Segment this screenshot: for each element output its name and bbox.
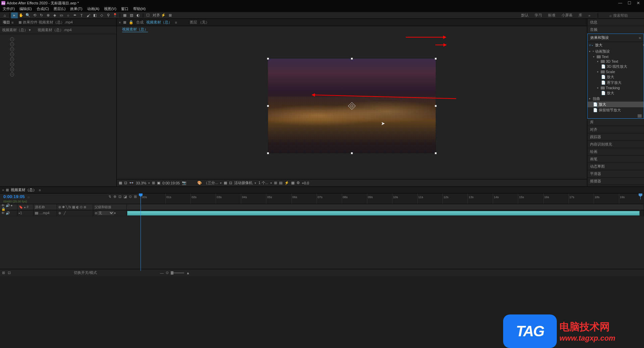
tl-tool-icon[interactable]: ⊡ [118,194,121,199]
stopwatch-icon[interactable] [10,72,14,76]
resize-handle[interactable] [435,58,437,60]
timeline-search-icon[interactable]: ⌕ [28,195,30,199]
col-switches[interactable]: ⊕ ✱ ╲ fx ▦ ◐ ⊙ ⊕ [57,204,93,210]
toggle-switches-label[interactable]: 切换开关/模式 [74,270,97,275]
resize-handle[interactable] [267,105,269,107]
channel-icon[interactable]: ⊡ [124,181,127,185]
puppet-tool[interactable]: 📍 [112,12,118,18]
resize-handle[interactable] [351,152,353,154]
menu-effect[interactable]: 效果(T) [69,6,84,11]
menu-edit[interactable]: 编辑(E) [18,6,33,11]
zoom-slider[interactable] [171,272,184,274]
home-tool[interactable]: ⌂ [1,12,8,18]
menu-animation[interactable]: 动画(A) [86,6,101,11]
timeline-comp-name[interactable]: 视频素材（总） [11,187,37,192]
menu-file[interactable]: 文件(F) [1,6,16,11]
stopwatch-icon[interactable] [10,47,14,51]
lock-icon[interactable]: 🔒 [129,20,133,24]
color-mgmt-icon[interactable]: 🎨 [197,181,202,185]
playhead[interactable] [141,193,141,271]
roi-icon[interactable]: ▣ [157,181,160,185]
stopwatch-icon[interactable] [10,57,14,61]
tree-3d-text[interactable]: ▾3D Text [588,59,644,64]
zoom-handle-icon[interactable]: ⊙ [166,271,169,275]
composition-viewer[interactable]: ➤ [117,33,587,179]
pan-behind-tool[interactable]: ◈ [51,12,58,18]
camera-dropdown[interactable]: 活动摄像机 [234,180,253,185]
panel-brush[interactable]: 画笔 [587,156,644,163]
col-av[interactable]: 👁 🔊 ● 🔒 [0,204,17,210]
viewer-timecode[interactable]: 0:00:19:05 [162,181,180,185]
stroke-icon[interactable]: ▧ [128,12,135,18]
comp-name[interactable]: 视频素材（总） [146,20,172,25]
tl-tool-icon[interactable]: ◪ [123,194,127,199]
zoom-in-icon[interactable]: ▲ [186,271,190,275]
flowchart-icon[interactable]: ⚙ [297,181,300,185]
panel-smoother[interactable]: 平滑器 [587,170,644,178]
effects-title[interactable]: 效果和预设 [590,35,609,40]
stopwatch-icon[interactable] [10,67,14,71]
menu-help[interactable]: 帮助(H) [132,6,147,11]
tree-effect-char-scale[interactable]: 📄逐字放大 [588,80,644,85]
workspace-learn[interactable]: 学习 [535,13,542,18]
col-parent[interactable]: 父级和链接 [93,204,127,210]
tl-tool-icon[interactable]: ⊕ [113,194,116,199]
hand-tool[interactable]: ✋ [18,12,24,18]
close-tab-icon[interactable]: × [2,188,4,192]
tl-tool-icon[interactable]: ⊞ [134,194,137,199]
panel-wiggler[interactable]: 摇摆器 [587,178,644,185]
stopwatch-icon[interactable] [10,62,14,66]
help-search-input[interactable] [613,13,640,17]
workspace-more[interactable]: » [588,13,590,17]
camera-tool[interactable]: ⊕ [45,12,51,18]
panel-menu-icon[interactable]: ≡ [39,188,41,192]
stopwatch-icon[interactable] [10,37,14,41]
exposure-value[interactable]: +0.0 [302,181,309,185]
workspace-library[interactable]: 库 [579,13,582,18]
tree-scale[interactable]: ▾Scale [588,69,644,74]
tree-distort[interactable]: ▾扭曲 [588,96,644,102]
pixel-ratio-icon[interactable]: ▤ [279,181,282,185]
layer-clip[interactable] [127,211,640,216]
tree-effect-detail-preserve[interactable]: 📄保留细节放大 [588,107,644,113]
tl-tool-icon[interactable]: ⊙ [129,194,132,199]
close-tab-icon[interactable]: × [119,20,121,24]
layer-track[interactable] [127,210,644,216]
timeline-ruler[interactable]: :00s01s02s03s04s05s06s07s08s09s10s11s12s… [140,193,644,204]
close-button[interactable]: ✕ [637,1,640,5]
rect-tool[interactable]: ▭ [58,12,65,18]
parent-dropdown[interactable]: 无 [97,211,114,215]
workspace-default[interactable]: 默认 [521,13,529,18]
resize-handle[interactable] [267,58,269,60]
col-source-name[interactable]: 源名称 [34,204,57,210]
roto-tool[interactable]: ⚲ [105,12,112,18]
tree-effect-magnify[interactable]: 📄放大 [588,102,644,107]
panel-paint[interactable]: 绘画 [587,148,644,156]
zoom-tool[interactable]: 🔍 [24,12,31,18]
workspace-standard[interactable]: 标准 [548,13,555,18]
timeline-timecode[interactable]: 0:00:19:05 [3,194,25,199]
project-source-item[interactable]: 视频素材（总）.mp4 [38,27,71,33]
resize-handle[interactable] [267,152,269,154]
resize-handle[interactable] [351,58,353,60]
maximize-button[interactable]: ☐ [628,1,631,5]
tl-tool-icon[interactable]: ↯ [108,194,111,199]
guides-icon[interactable]: ⊡ [229,181,232,185]
resize-handle[interactable] [435,152,437,154]
zoom-out-icon[interactable]: — [160,271,164,275]
comp-breadcrumb-name[interactable]: 视频素材（总） [122,27,148,32]
resolution-icon[interactable]: ⊞ [152,181,155,185]
layer-none-label[interactable]: 图层 （无） [190,20,209,25]
tree-text[interactable]: ▾Text [588,54,644,59]
views-dropdown[interactable]: 1 个... [258,180,268,185]
selection-tool[interactable]: ▸ [11,12,18,18]
mode-icon[interactable]: ◐ [135,12,142,18]
clear-search-icon[interactable]: × [643,43,644,47]
panel-align[interactable]: 对齐 [587,126,644,133]
project-comp-name[interactable]: 视频素材（总） ▾ [2,27,31,33]
view-option-icon[interactable]: ⊞ [274,181,277,185]
mask-icon[interactable]: 👓 [129,181,134,185]
fast-preview-icon[interactable]: ⚡ [284,181,289,185]
timeline-icon[interactable]: ▦ [291,181,294,185]
zoom-level[interactable]: 33.3% [136,181,146,185]
